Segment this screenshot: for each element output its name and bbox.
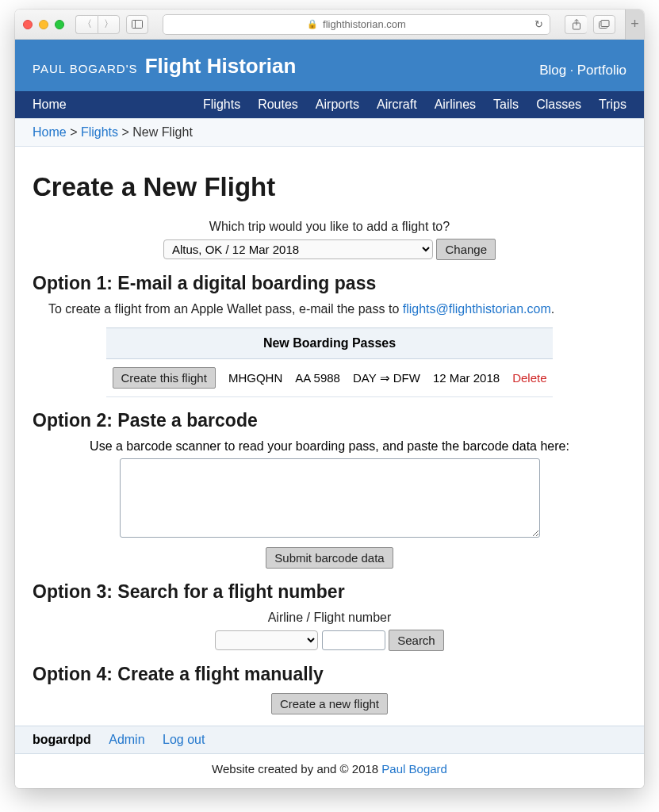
address-bar[interactable]: 🔒 flighthistorian.com ↻	[163, 14, 550, 35]
lock-icon: 🔒	[307, 19, 318, 29]
nav-airlines[interactable]: Airlines	[435, 98, 476, 112]
nav-classes[interactable]: Classes	[536, 98, 581, 112]
url-text: flighthistorian.com	[323, 18, 406, 30]
airline-select[interactable]	[215, 630, 318, 650]
crumb-flights[interactable]: Flights	[81, 125, 118, 139]
breadcrumb: Home > Flights > New Flight	[15, 118, 644, 147]
window-close-icon[interactable]	[23, 20, 33, 29]
nav-flights[interactable]: Flights	[203, 98, 240, 112]
crumb-home[interactable]: Home	[33, 125, 67, 139]
option1-heading: Option 1: E-mail a digital boarding pass	[33, 273, 626, 294]
submit-barcode-button[interactable]: Submit barcode data	[266, 547, 393, 569]
flight-search-label: Airline / Flight number	[33, 611, 626, 625]
crumb-current: New Flight	[132, 125, 193, 139]
copyright: Website created by and © 2018 Paul Bogar…	[15, 754, 644, 788]
svg-rect-5	[601, 20, 609, 26]
trip-label: Which trip would you like to add a fligh…	[33, 220, 626, 234]
main-nav: Home Flights Routes Airports Aircraft Ai…	[15, 91, 644, 118]
nav-back-button[interactable]: 〈	[75, 15, 98, 34]
barcode-textarea[interactable]	[120, 458, 540, 538]
nav-tails[interactable]: Tails	[493, 98, 519, 112]
option2-heading: Option 2: Paste a barcode	[33, 410, 626, 431]
boarding-pass-table: New Boarding Passes Create this flight M…	[106, 327, 554, 397]
current-user: bogardpd	[33, 733, 91, 746]
nav-routes[interactable]: Routes	[258, 98, 298, 112]
delete-link[interactable]: Delete	[512, 371, 546, 385]
header-link-sep: ·	[570, 63, 573, 77]
table-row: Create this flight MHGQHN AA 5988 DAY ⇒ …	[106, 359, 554, 397]
page-title: Create a New Flight	[33, 172, 626, 202]
sidebar-toggle-button[interactable]	[126, 15, 148, 34]
create-this-flight-button[interactable]: Create this flight	[113, 367, 216, 389]
brand-prefix: PAUL BOGARD'S	[33, 62, 138, 75]
create-new-flight-button[interactable]: Create a new flight	[271, 693, 388, 714]
option3-heading: Option 3: Search for a flight number	[33, 581, 626, 603]
browser-titlebar: 〈 〉 🔒 flighthistorian.com ↻ +	[15, 10, 644, 40]
site-header: PAUL BOGARD'S Flight Historian Blog · Po…	[15, 40, 644, 91]
blog-link[interactable]: Blog	[539, 63, 566, 78]
bp-table-header: New Boarding Passes	[106, 328, 554, 359]
flight-number-input[interactable]	[322, 630, 385, 650]
search-button[interactable]: Search	[389, 630, 444, 651]
logout-link[interactable]: Log out	[163, 733, 205, 746]
option4-heading: Option 4: Create a flight manually	[33, 664, 626, 685]
change-button[interactable]: Change	[436, 239, 496, 260]
bp-pnr: MHGQHN	[222, 359, 289, 397]
boarding-pass-email-link[interactable]: flights@flighthistorian.com	[403, 302, 551, 316]
bp-route: DAY ⇒ DFW	[347, 359, 427, 397]
option1-text: To create a flight from an Apple Wallet …	[33, 302, 626, 316]
admin-link[interactable]: Admin	[109, 733, 144, 746]
bp-flight: AA 5988	[289, 359, 347, 397]
window-zoom-icon[interactable]	[55, 20, 64, 29]
brand-title: Flight Historian	[145, 54, 297, 78]
reload-icon[interactable]: ↻	[534, 18, 543, 30]
author-link[interactable]: Paul Bogard	[381, 762, 447, 776]
window-minimize-icon[interactable]	[39, 20, 48, 29]
user-footer: bogardpd Admin Log out	[15, 726, 644, 754]
portfolio-link[interactable]: Portfolio	[577, 63, 626, 78]
nav-trips[interactable]: Trips	[599, 98, 626, 112]
nav-airports[interactable]: Airports	[316, 98, 359, 112]
tabs-button[interactable]	[593, 15, 615, 34]
nav-home[interactable]: Home	[33, 98, 67, 112]
share-button[interactable]	[565, 15, 587, 34]
barcode-label: Use a barcode scanner to read your board…	[33, 439, 626, 454]
svg-rect-0	[132, 21, 143, 29]
bp-date: 12 Mar 2018	[427, 359, 506, 397]
trip-select[interactable]: Altus, OK / 12 Mar 2018	[163, 239, 433, 259]
nav-forward-button[interactable]: 〉	[98, 15, 120, 34]
nav-aircraft[interactable]: Aircraft	[377, 98, 417, 112]
site-brand[interactable]: PAUL BOGARD'S Flight Historian	[33, 54, 296, 79]
new-tab-button[interactable]: +	[625, 10, 644, 40]
